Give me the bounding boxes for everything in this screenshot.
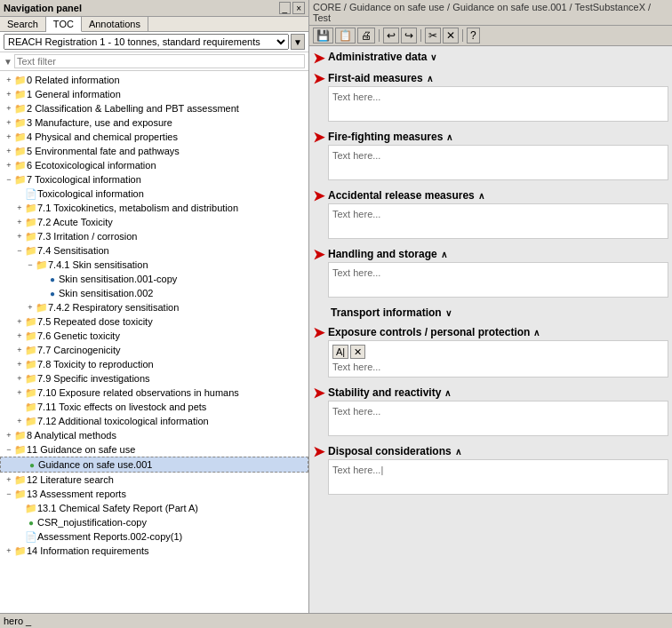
tree-item-79[interactable]: + 📁 7.9 Specific investigations [0,371,308,386]
tree-item-11a[interactable]: ● Guidance on safe use.001 [0,457,308,473]
tab-annotations[interactable]: Annotations [82,17,148,31]
save-as-btn[interactable]: 📋 [335,28,356,44]
tree-item-8[interactable]: + 📁 8 Analytical methods [0,428,308,442]
tree-item-73[interactable]: + 📁 7.3 Irritation / corrosion [0,229,308,243]
admin-header[interactable]: Administrative data [328,51,436,63]
tree-item-13csr[interactable]: ● CSR_nojustification-copy [0,515,308,529]
tab-toc[interactable]: TOC [46,17,82,32]
fire-fighting-header[interactable]: Fire-fighting measures [328,131,668,143]
expand-74[interactable]: − [14,245,25,256]
exposure-clear-btn[interactable]: ✕ [350,345,365,359]
handling-content[interactable]: Text here... [328,262,668,298]
tree-item-712[interactable]: + 📁 7.12 Additional toxicological inform… [0,414,308,428]
expand-75[interactable]: + [14,316,25,327]
expand-3[interactable]: + [4,117,14,128]
print-btn[interactable]: 🖨 [357,28,375,44]
accidental-content[interactable]: Text here... [328,203,668,239]
handling-header[interactable]: Handling and storage [328,248,668,260]
expand-12[interactable]: + [4,474,14,485]
tree-item-76[interactable]: + 📁 7.6 Genetic toxicity [0,329,308,343]
tree-label-76: 7.6 Genetic toxicity [37,330,120,341]
expand-742[interactable]: + [25,302,36,313]
expand-741[interactable]: − [25,259,36,270]
tree-item-741a[interactable]: ● Skin sensitisation.001-copy [0,272,308,286]
toolbar-sep-1 [379,29,380,42]
folder-icon-2: 📁 [14,102,27,115]
tree-item-78[interactable]: + 📁 7.8 Toxicity to reproduction [0,357,308,371]
expand-4[interactable]: + [4,131,14,142]
expand-78[interactable]: + [14,359,25,370]
tab-search[interactable]: Search [0,17,46,31]
expand-11[interactable]: − [4,444,14,455]
tree-item-14[interactable]: + 📁 14 Information requirements [0,544,308,558]
tree-item-11[interactable]: − 📁 11 Guidance on safe use [0,442,308,457]
tree-item-71[interactable]: + 📁 7.1 Toxicokinetics, metabolism and d… [0,201,308,215]
expand-7[interactable]: − [4,174,14,185]
tree-item-72[interactable]: + 📁 7.2 Acute Toxicity [0,215,308,229]
transport-header[interactable]: Transport information [331,306,452,319]
tree-item-13[interactable]: − 📁 13 Assessment reports [0,487,308,501]
tree-item-77[interactable]: + 📁 7.7 Carcinogenicity [0,343,308,357]
tree-item-710[interactable]: + 📁 7.10 Exposure related observations i… [0,386,308,400]
expand-73[interactable]: + [14,231,25,242]
tree-item-4[interactable]: + 📁 4 Physical and chemical properties [0,130,308,144]
expand-8[interactable]: + [4,430,14,441]
save-btn[interactable]: 💾 [313,28,333,44]
expand-5[interactable]: + [4,146,14,156]
undo-btn[interactable]: ↩ [383,28,399,44]
expand-2[interactable]: + [4,103,14,114]
expand-741b [36,288,46,298]
tree-item-1[interactable]: + 📁 1 General information [0,87,308,101]
disposal-content[interactable]: Text here...| [328,459,668,495]
expand-6[interactable]: + [4,160,14,171]
expand-710[interactable]: + [14,387,25,398]
first-aid-header[interactable]: First-aid measures [328,72,668,84]
cut-btn[interactable]: ✂ [425,28,441,44]
tree-item-75[interactable]: + 📁 7.5 Repeated dose toxicity [0,314,308,329]
stability-content[interactable]: Text here... [328,401,668,436]
expand-76[interactable]: + [14,330,25,341]
expand-71[interactable]: + [14,203,25,213]
tree-item-12[interactable]: + 📁 12 Literature search [0,473,308,487]
tree-item-7[interactable]: − 📁 7 Toxicological information [0,172,308,187]
tree-item-741[interactable]: − 📁 7.4.1 Skin sensitisation [0,258,308,272]
tree-item-74[interactable]: − 📁 7.4 Sensitisation [0,243,308,258]
template-dropdown[interactable]: REACH Registration 1 - 10 tonnes, standa… [4,34,289,50]
exposure-content[interactable]: A| ✕ Text here... [328,340,668,378]
expand-14[interactable]: + [4,545,14,556]
help-btn[interactable]: ? [467,28,480,44]
tree-item-13ar[interactable]: 📄 Assessment Reports.002-copy(1) [0,529,308,544]
expand-77[interactable]: + [14,345,25,355]
tree-item-711[interactable]: 📁 7.11 Toxic effects on livestock and pe… [0,400,308,414]
expand-712[interactable]: + [14,416,25,426]
exposure-add-btn[interactable]: A| [332,345,348,359]
tree-item-6[interactable]: + 📁 6 Ecotoxicological information [0,158,308,172]
filter-icon: ▼ [4,57,12,67]
expand-1[interactable]: + [4,89,14,99]
panel-close-btn[interactable]: × [292,2,305,14]
tree-label-13ar: Assessment Reports.002-copy(1) [37,531,182,542]
stability-header[interactable]: Stability and reactivity [328,386,668,399]
tree-item-742[interactable]: + 📁 7.4.2 Respiratory sensitisation [0,300,308,314]
tree-item-7tox[interactable]: 📄 Toxicological information [0,187,308,201]
disposal-header[interactable]: Disposal considerations [328,445,668,457]
accidental-header[interactable]: Accidental release measures [328,189,668,202]
close-btn[interactable]: ✕ [443,28,459,44]
fire-fighting-content[interactable]: Text here... [328,145,668,180]
expand-79[interactable]: + [14,373,25,384]
expand-0[interactable]: + [4,75,14,85]
tree-item-0[interactable]: + 📁 0 Related information [0,73,308,87]
tree-item-5[interactable]: + 📁 5 Environmental fate and pathways [0,144,308,158]
tree-item-3[interactable]: + 📁 3 Manufacture, use and exposure [0,115,308,130]
tree-item-131[interactable]: 📁 13.1 Chemical Safety Report (Part A) [0,501,308,515]
expand-72[interactable]: + [14,217,25,227]
panel-minimize-btn[interactable]: _ [279,2,292,14]
expand-13[interactable]: − [4,489,14,499]
dropdown-arrow-btn[interactable]: ▼ [291,34,305,50]
tree-item-2[interactable]: + 📁 2 Classification & Labelling and PBT… [0,101,308,115]
redo-btn[interactable]: ↪ [401,28,417,44]
exposure-header[interactable]: Exposure controls / personal protection [328,326,668,338]
filter-input[interactable] [14,54,305,68]
first-aid-content[interactable]: Text here... [328,86,668,122]
tree-item-741b[interactable]: ● Skin sensitisation.002 [0,286,308,300]
